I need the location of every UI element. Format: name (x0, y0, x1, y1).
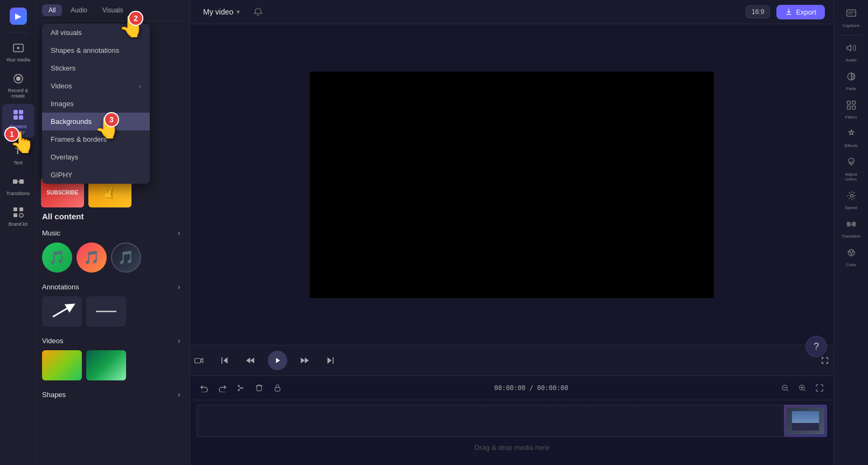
all-content-title: All content (37, 207, 190, 221)
music-thumb-2[interactable]: 🎵 (77, 242, 107, 273)
annotation-thumb-2[interactable] (86, 296, 126, 327)
svg-rect-6 (19, 110, 23, 114)
svg-rect-23 (275, 387, 280, 391)
dropdown-item-stickers[interactable]: Stickers (42, 59, 150, 77)
captions-label: Captions (843, 23, 860, 28)
bell-icon-btn[interactable] (251, 4, 266, 19)
sidebar-item-content-library[interactable]: Contentlibrary (2, 104, 34, 138)
video-title-btn[interactable]: My video ▾ (199, 5, 244, 18)
app-logo[interactable]: ▶ (2, 4, 34, 28)
delete-btn[interactable] (252, 380, 267, 395)
video-thumb-1[interactable] (42, 350, 82, 380)
divider (8, 32, 29, 33)
filters-icon (846, 100, 857, 113)
panel-tab-bar: All Audio Visuals (37, 0, 190, 21)
right-panel-speed[interactable]: Speed (836, 186, 866, 214)
transition-icon (846, 219, 857, 232)
effects-label: Effects (844, 143, 857, 148)
timeline-toolbar: 00:00:00 / 00:00:00 (190, 376, 834, 400)
fit-btn[interactable] (812, 380, 827, 395)
transition-label: Transition (842, 234, 860, 239)
undo-btn[interactable] (197, 380, 212, 395)
timeline-area: 00:00:00 / 00:00:00 (190, 376, 834, 465)
main-track (197, 405, 827, 437)
zoom-out-btn[interactable] (777, 380, 793, 395)
audio-icon (846, 43, 857, 56)
dropdown-item-images[interactable]: Images (42, 95, 150, 113)
track-clip[interactable] (784, 405, 827, 437)
svg-rect-33 (852, 101, 855, 105)
lock-btn[interactable] (270, 380, 285, 395)
svg-rect-27 (792, 423, 819, 431)
annotation-thumb-1[interactable] (42, 296, 82, 327)
svg-rect-13 (19, 207, 23, 211)
sidebar-item-record[interactable]: Record &create (2, 68, 34, 102)
sidebar-item-text[interactable]: T Text (2, 140, 34, 169)
aspect-ratio-badge[interactable]: 16:9 (746, 5, 770, 18)
right-panel-audio[interactable]: Audio (836, 39, 866, 66)
sidebar-item-label: Contentlibrary (10, 124, 27, 135)
svg-point-22 (238, 390, 240, 391)
camera-btn[interactable] (190, 352, 207, 369)
left-sidebar: ▶ Your media Record &create (0, 0, 37, 465)
timeline-tools (197, 380, 285, 395)
sidebar-item-brand-kit[interactable]: Brand kit (2, 202, 34, 230)
right-panel-color[interactable]: Color (836, 244, 866, 271)
captions-icon (846, 8, 857, 22)
export-button[interactable]: Export (776, 5, 825, 19)
tab-visuals[interactable]: Visuals (96, 4, 129, 16)
color-icon (846, 247, 857, 261)
tab-audio[interactable]: Audio (64, 4, 94, 16)
playback-controls (190, 345, 834, 376)
shapes-more-btn[interactable]: › (173, 389, 184, 400)
chevron-down-icon: ▾ (237, 8, 240, 16)
transitions-icon (11, 174, 26, 189)
redo-btn[interactable] (215, 380, 230, 395)
filters-label: Filters (845, 115, 857, 120)
rewind-btn[interactable] (242, 352, 259, 369)
right-panel-adjust-colors[interactable]: Adjustcolors (836, 153, 866, 185)
cut-btn[interactable] (233, 380, 248, 395)
help-button[interactable]: ? (805, 336, 827, 357)
dropdown-item-giphy[interactable]: GIPHY (42, 166, 150, 184)
skip-forward-btn[interactable] (322, 352, 339, 369)
shapes-title: Shapes (42, 391, 66, 399)
tab-all[interactable]: All (42, 4, 62, 16)
zoom-controls (777, 380, 827, 395)
text-icon: T (11, 143, 26, 158)
main-area: My video ▾ 16:9 Export (190, 0, 834, 465)
right-panel-fade[interactable]: Fade (836, 67, 866, 95)
videos-more-btn[interactable]: › (173, 335, 184, 346)
music-thumb-1[interactable]: 🎵 (42, 242, 72, 273)
svg-point-36 (850, 195, 853, 197)
dropdown-item-videos[interactable]: Videos › (42, 77, 150, 95)
music-section: Music › 🎵 🎵 🎵 (37, 227, 190, 273)
dropdown-item-backgrounds[interactable]: Backgrounds (42, 113, 150, 130)
media-icon (11, 40, 26, 55)
dropdown-item-shapes[interactable]: Shapes & annotations (42, 41, 150, 59)
speed-label: Speed (845, 205, 857, 210)
dropdown-item-overlays[interactable]: Overlays (42, 148, 150, 166)
fast-forward-btn[interactable] (296, 352, 313, 369)
sidebar-item-label: Transitions (6, 191, 30, 196)
logo-icon: ▶ (10, 8, 27, 25)
music-thumb-3[interactable]: 🎵 (111, 242, 141, 273)
video-thumb-2[interactable] (86, 350, 126, 380)
library-icon (11, 107, 26, 122)
videos-title: Videos (42, 337, 64, 345)
music-more-btn[interactable]: › (173, 227, 184, 238)
annotations-more-btn[interactable]: › (173, 281, 184, 292)
svg-rect-8 (19, 115, 23, 120)
skip-back-btn[interactable] (216, 352, 233, 369)
sidebar-item-your-media[interactable]: Your media (2, 37, 34, 66)
dropdown-item-frames[interactable]: Frames & borders (42, 130, 150, 148)
right-panel-filters[interactable]: Filters (836, 96, 866, 123)
dropdown-item-all-visuals[interactable]: All visuals (42, 24, 150, 41)
play-btn[interactable] (268, 351, 287, 370)
right-panel-transition[interactable]: Transition (836, 215, 866, 242)
right-panel-captions[interactable]: Captions (836, 4, 866, 32)
right-panel-effects[interactable]: Effects (836, 124, 866, 152)
sidebar-item-transitions[interactable]: Transitions (2, 171, 34, 199)
adjust-colors-label: Adjustcolors (845, 172, 857, 182)
zoom-in-btn[interactable] (795, 380, 810, 395)
